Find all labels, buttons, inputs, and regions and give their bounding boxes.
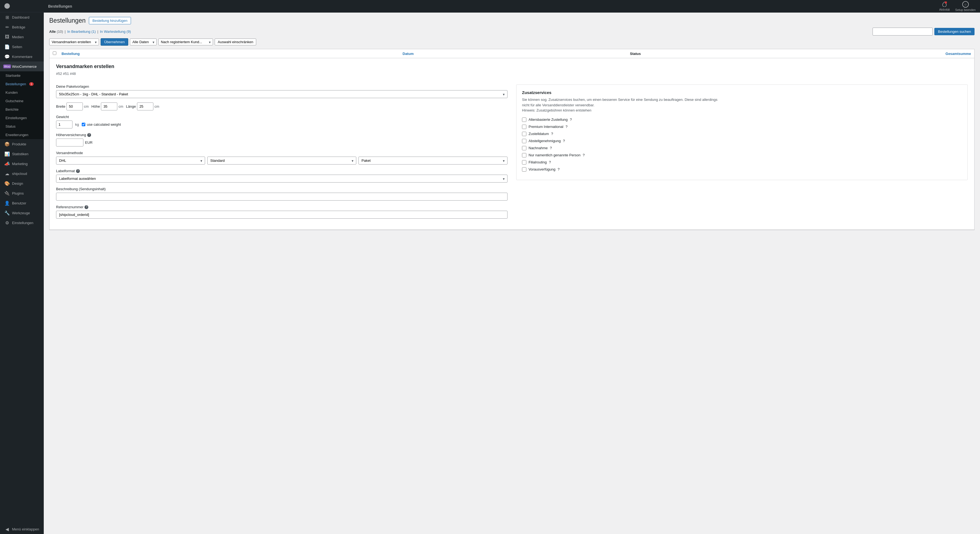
- add-order-button[interactable]: Bestellung hinzufügen: [89, 17, 131, 24]
- submenu-kunden[interactable]: Kunden: [0, 88, 44, 97]
- calc-weight-label[interactable]: use calculated weight: [82, 122, 121, 127]
- sidebar-item-seiten[interactable]: 📄 Seiten: [0, 42, 44, 52]
- bulk-action-select[interactable]: Versandmarken erstellen: [49, 38, 99, 45]
- filter-in-progress-link[interactable]: In Bearbeitung (1): [67, 30, 96, 33]
- width-unit: cm: [84, 104, 89, 108]
- weight-input[interactable]: [56, 121, 72, 129]
- submenu-status[interactable]: Status: [0, 122, 44, 130]
- service-altersbasierte-help[interactable]: ?: [570, 118, 572, 122]
- reference-input[interactable]: [56, 211, 508, 219]
- bulk-confirm-button[interactable]: Übernehmen: [100, 38, 128, 46]
- service-vorausverfuegung-label: Vorausverfügung: [528, 167, 555, 172]
- calc-weight-checkbox[interactable]: [82, 123, 85, 126]
- sidebar-item-design[interactable]: 🎨 Design: [0, 178, 44, 188]
- label-format-help-icon[interactable]: ?: [76, 169, 80, 173]
- reference-help-icon[interactable]: ?: [84, 205, 88, 209]
- date-filter-select[interactable]: Alle Daten: [130, 38, 157, 45]
- sidebar-item-medien[interactable]: 🖼 Medien: [0, 32, 44, 42]
- submenu-berichte[interactable]: Berichte: [0, 105, 44, 114]
- service-nur-namentlich-checkbox[interactable]: [522, 153, 527, 157]
- plugins-icon: 🔌: [5, 191, 10, 196]
- service-filialrouting-checkbox[interactable]: [522, 160, 527, 165]
- setup-button[interactable]: ○ Setup beenden: [955, 1, 975, 11]
- carrier-select-wrap: DHL: [56, 157, 205, 165]
- col-order-header[interactable]: Bestellung: [62, 52, 402, 56]
- submenu-bestellungen[interactable]: Bestellungen 1: [0, 80, 44, 88]
- col-total-header[interactable]: Gesamtsumme: [857, 52, 971, 56]
- customer-filter-select[interactable]: Nach registriertem Kund...: [158, 38, 213, 45]
- collapse-icon: ◀: [5, 526, 10, 532]
- restrict-button[interactable]: Auswahl einschränken: [215, 38, 256, 45]
- service-vorausverfuegung-help[interactable]: ?: [558, 167, 560, 172]
- sidebar-item-marketing[interactable]: 📣 Marketing: [0, 159, 44, 168]
- service-altersbasierte-label: Altersbasierte Zustellung: [528, 118, 568, 122]
- insurance-input[interactable]: [56, 138, 83, 146]
- service-abstellgenehmigung-checkbox[interactable]: [522, 139, 527, 143]
- label-format-group: Labelformat ? Labelformat auswählen: [56, 169, 508, 183]
- service-nachnahme-checkbox[interactable]: [522, 146, 527, 150]
- col-date-header[interactable]: Datum: [402, 52, 630, 56]
- height-input[interactable]: [101, 102, 117, 110]
- service-zustelldatum-label: Zustelldatum: [528, 132, 549, 136]
- sidebar-item-woocommerce[interactable]: Woo WooCommerce: [0, 62, 44, 72]
- topbar-actions: Aktivität ○ Setup beenden: [939, 1, 975, 11]
- sidebar-item-einstellungen[interactable]: ⚙ Einstellungen: [0, 218, 44, 228]
- service-premium-international-help[interactable]: ?: [565, 125, 567, 129]
- search-button[interactable]: Bestellungen suchen: [934, 28, 975, 35]
- svg-point-0: [945, 2, 947, 3]
- service-nur-namentlich: Nur namentlich genannte Person ?: [522, 153, 962, 157]
- service-nachnahme-label: Nachnahme: [528, 146, 548, 150]
- service-select[interactable]: Standard: [207, 157, 356, 165]
- sidebar-item-kommentare[interactable]: 💬 Kommentare: [0, 52, 44, 62]
- sidebar-item-produkte[interactable]: 📦 Produkte: [0, 139, 44, 149]
- package-select[interactable]: 50x35x25cm - 1kg - DHL - Standard - Pake…: [56, 90, 508, 98]
- submenu-erweiterungen[interactable]: Erweiterungen: [0, 130, 44, 139]
- service-zustelldatum: Zustelldatum ?: [522, 132, 962, 136]
- activity-button[interactable]: Aktivität: [939, 2, 950, 11]
- bulk-action-select-wrap: Versandmarken erstellen: [49, 38, 99, 45]
- service-abstellgenehmigung-help[interactable]: ?: [563, 139, 565, 143]
- service-altersbasierte-checkbox[interactable]: [522, 118, 527, 122]
- wp-logo-icon: [5, 3, 10, 9]
- service-zustelldatum-checkbox[interactable]: [522, 132, 527, 136]
- select-all-checkbox[interactable]: [53, 51, 56, 55]
- sidebar-item-beitraege[interactable]: ✏ Beiträge: [0, 22, 44, 32]
- sidebar-item-statistiken[interactable]: 📊 Statistiken: [0, 149, 44, 159]
- search-input[interactable]: [873, 28, 933, 35]
- label-format-select[interactable]: Labelformat auswählen: [56, 175, 508, 183]
- service-filialrouting-help[interactable]: ?: [549, 160, 551, 164]
- weight-unit: kg: [75, 122, 79, 127]
- length-input[interactable]: [137, 102, 153, 110]
- filter-all-link[interactable]: Alle: [49, 30, 56, 33]
- topbar: Bestellungen Aktivität ○ Setup beenden: [44, 0, 980, 13]
- submenu-einstellungen[interactable]: Einstellungen: [0, 114, 44, 122]
- shipcloud-icon: ☁: [5, 171, 10, 176]
- sidebar-item-dashboard[interactable]: ⊞ Dashboard: [0, 12, 44, 22]
- sidebar-item-plugins[interactable]: 🔌 Plugins: [0, 188, 44, 198]
- service-nur-namentlich-help[interactable]: ?: [583, 153, 585, 157]
- sidebar-item-benutzer[interactable]: 👤 Benutzer: [0, 198, 44, 208]
- medien-icon: 🖼: [5, 34, 10, 40]
- submenu-gutscheine[interactable]: Gutscheine: [0, 97, 44, 105]
- content: Bestellungen Bestellung hinzufügen Alle …: [44, 13, 980, 534]
- seiten-icon: 📄: [5, 44, 10, 49]
- width-input[interactable]: [67, 102, 83, 110]
- submenu-startseite[interactable]: Startseite: [0, 72, 44, 80]
- service-nachnahme-help[interactable]: ?: [550, 146, 552, 150]
- insurance-help-icon[interactable]: ?: [87, 133, 91, 137]
- description-input[interactable]: [56, 193, 508, 200]
- filter-waiting-link[interactable]: In Wartestellung (9): [100, 30, 131, 33]
- shipping-method-group: Versandmethode DHL Standard: [56, 151, 508, 165]
- service-zustelldatum-help[interactable]: ?: [551, 132, 553, 136]
- service-premium-international-checkbox[interactable]: [522, 125, 527, 129]
- sidebar-item-collapse[interactable]: ◀ Menü einklappen: [0, 524, 44, 534]
- insurance-group: Höherversicherung ? EUR: [56, 133, 508, 146]
- sidebar-item-werkzeuge[interactable]: 🔧 Werkzeuge: [0, 208, 44, 218]
- length-unit: cm: [154, 104, 159, 108]
- service-abstellgenehmigung-label: Abstellgenehmigung: [528, 139, 561, 143]
- service-vorausverfuegung-checkbox[interactable]: [522, 167, 527, 172]
- carrier-select[interactable]: DHL: [56, 157, 205, 165]
- sidebar-item-shipcloud[interactable]: ☁ shipcloud: [0, 168, 44, 178]
- service-altersbasierte: Altersbasierte Zustellung ?: [522, 118, 962, 122]
- product-select[interactable]: Paket: [358, 157, 508, 165]
